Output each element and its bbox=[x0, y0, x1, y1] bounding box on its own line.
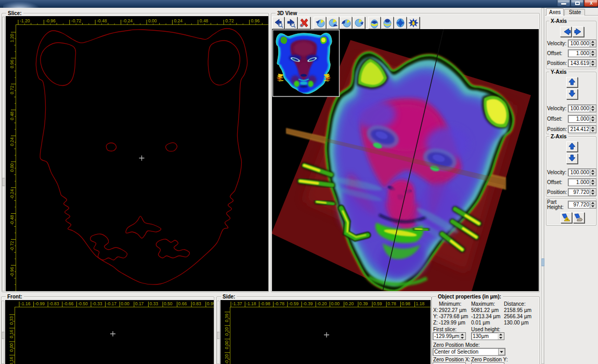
svg-text:0.17: 0.17 bbox=[135, 301, 144, 306]
svg-text:0.59: 0.59 bbox=[373, 301, 382, 306]
svg-text:0.48: 0.48 bbox=[9, 111, 15, 120]
svg-text:-0.99: -0.99 bbox=[35, 301, 45, 306]
svg-text:-1.20: -1.20 bbox=[20, 18, 30, 23]
svg-text:-0.17: -0.17 bbox=[107, 301, 117, 306]
svg-text:-1.18: -1.18 bbox=[246, 301, 256, 306]
svg-text:0.33: 0.33 bbox=[9, 316, 14, 325]
svg-text:0.83: 0.83 bbox=[192, 301, 201, 306]
svg-text:0.00: 0.00 bbox=[224, 341, 229, 349]
svg-text:-0.48: -0.48 bbox=[97, 18, 107, 23]
svg-text:-0.48: -0.48 bbox=[9, 215, 15, 225]
svg-text:-0.39: -0.39 bbox=[303, 301, 313, 306]
svg-text:-0.20: -0.20 bbox=[317, 301, 327, 306]
svg-text:-0.66: -0.66 bbox=[63, 301, 74, 306]
svg-text:-0.72: -0.72 bbox=[9, 241, 15, 251]
svg-text:0.16: 0.16 bbox=[9, 330, 14, 339]
svg-text:0.33: 0.33 bbox=[149, 301, 158, 306]
svg-text:-0.72: -0.72 bbox=[71, 18, 82, 23]
svg-text:-0.16: -0.16 bbox=[9, 357, 14, 364]
svg-text:-1.37: -1.37 bbox=[232, 301, 242, 306]
svg-text:0.00: 0.00 bbox=[9, 163, 15, 172]
svg-text:0.98: 0.98 bbox=[401, 301, 410, 306]
svg-text:0.78: 0.78 bbox=[387, 301, 396, 306]
svg-text:0.00: 0.00 bbox=[9, 343, 14, 352]
svg-text:-0.96: -0.96 bbox=[9, 267, 15, 277]
svg-text:0.24: 0.24 bbox=[9, 137, 15, 146]
svg-text:0.48: 0.48 bbox=[200, 18, 209, 23]
svg-text:-0.50: -0.50 bbox=[77, 301, 88, 306]
svg-text:-0.20: -0.20 bbox=[224, 354, 229, 364]
svg-text:0.72: 0.72 bbox=[9, 85, 15, 94]
svg-text:-0.24: -0.24 bbox=[123, 18, 133, 23]
svg-text:-0.33: -0.33 bbox=[92, 301, 102, 306]
svg-text:-0.78: -0.78 bbox=[275, 301, 285, 306]
svg-text:0.00: 0.00 bbox=[121, 301, 129, 306]
svg-text:0.50: 0.50 bbox=[164, 301, 173, 306]
svg-text:-0.96: -0.96 bbox=[45, 18, 56, 23]
svg-text:0.66: 0.66 bbox=[178, 301, 187, 306]
svg-text:-0.98: -0.98 bbox=[260, 301, 270, 306]
svg-text:1.18: 1.18 bbox=[416, 301, 425, 306]
svg-text:0.39: 0.39 bbox=[359, 301, 368, 306]
svg-text:-1.16: -1.16 bbox=[20, 301, 31, 306]
svg-text:0.00: 0.00 bbox=[148, 18, 157, 23]
svg-text:0.20: 0.20 bbox=[224, 327, 229, 336]
svg-text:1.20: 1.20 bbox=[9, 34, 15, 43]
svg-text:-0.24: -0.24 bbox=[9, 189, 15, 200]
svg-text:0.96: 0.96 bbox=[251, 18, 260, 23]
svg-text:0.99: 0.99 bbox=[207, 301, 214, 306]
svg-text:0.00: 0.00 bbox=[331, 301, 340, 306]
svg-text:0.72: 0.72 bbox=[225, 18, 234, 23]
svg-text:-0.83: -0.83 bbox=[49, 301, 59, 306]
svg-text:0.39: 0.39 bbox=[224, 314, 229, 322]
svg-text:-0.59: -0.59 bbox=[289, 301, 299, 306]
svg-text:0.20: 0.20 bbox=[345, 301, 354, 306]
svg-text:0.24: 0.24 bbox=[174, 18, 183, 23]
svg-text:0.96: 0.96 bbox=[9, 60, 15, 69]
